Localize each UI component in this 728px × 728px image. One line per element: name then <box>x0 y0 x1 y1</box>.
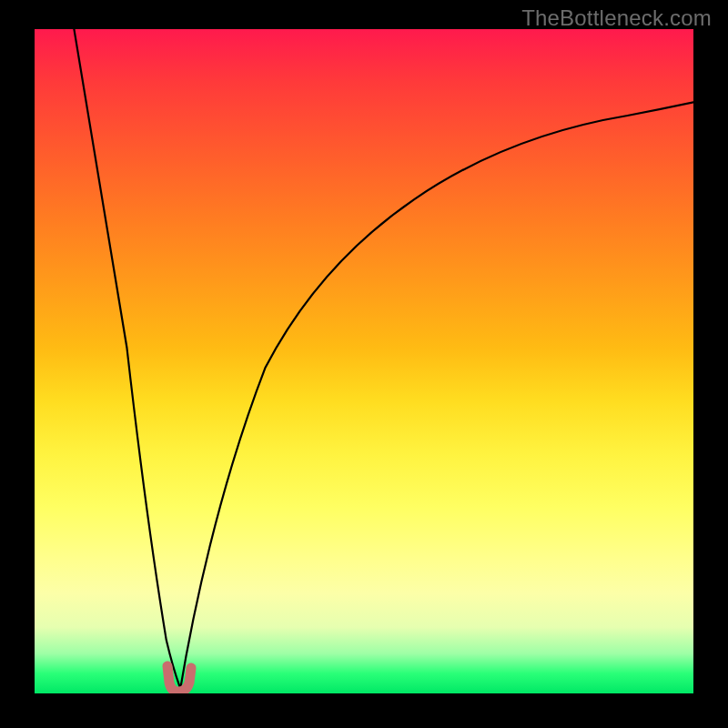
bottleneck-curve <box>35 29 693 693</box>
chart-frame: TheBottleneck.com <box>0 0 728 728</box>
curve-left-branch <box>74 29 179 686</box>
watermark-text: TheBottleneck.com <box>521 5 712 31</box>
curve-right-branch <box>179 102 693 693</box>
trough-marker <box>167 666 191 692</box>
